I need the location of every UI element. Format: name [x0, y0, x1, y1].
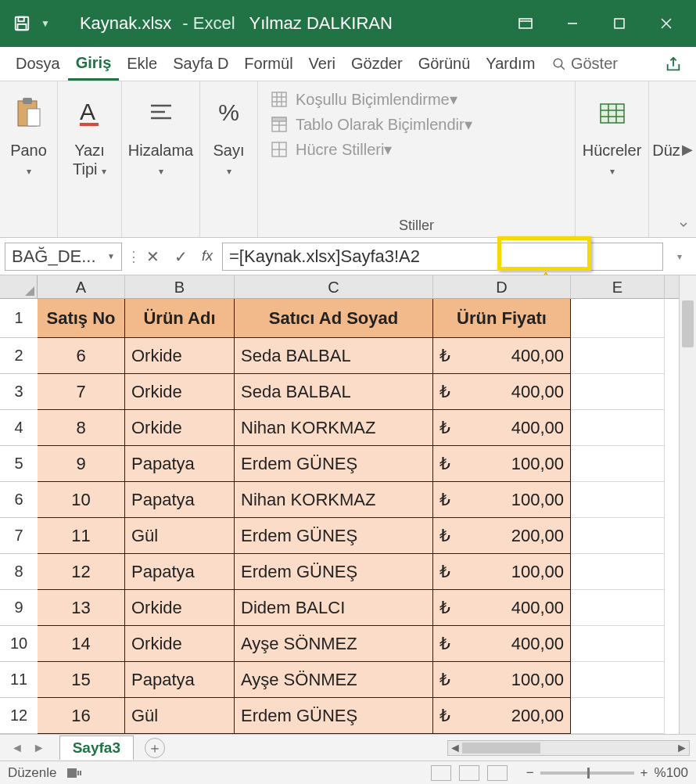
number-format-icon[interactable]: % — [218, 89, 239, 136]
tab-sayfa-duzeni[interactable]: Sayfa D — [165, 47, 236, 81]
view-page-break-icon[interactable] — [487, 765, 508, 781]
table-cell[interactable]: 14 — [38, 626, 125, 662]
row-header[interactable]: 6 — [0, 482, 38, 518]
cell-styles-button[interactable]: Hücre Stilleri ▾ — [269, 139, 564, 160]
table-cell[interactable]: ₺400,00 — [433, 338, 571, 374]
fx-icon[interactable]: fx — [202, 248, 213, 264]
table-cell[interactable]: Orkide — [125, 410, 235, 446]
table-cell[interactable]: 6 — [38, 338, 125, 374]
table-header-cell[interactable]: Ürün Fiyatı — [433, 299, 571, 338]
tab-giris[interactable]: Giriş — [68, 47, 120, 81]
table-cell[interactable]: ₺100,00 — [433, 662, 571, 698]
table-cell[interactable]: Papatya — [125, 482, 235, 518]
expand-formula-bar-icon[interactable]: ▾ — [668, 245, 691, 268]
table-cell[interactable]: ₺400,00 — [433, 626, 571, 662]
table-cell[interactable]: Orkide — [125, 374, 235, 410]
table-cell[interactable]: Orkide — [125, 626, 235, 662]
zoom-out-icon[interactable]: − — [526, 765, 534, 781]
horizontal-scrollbar[interactable]: ◄► — [447, 740, 690, 756]
table-cell[interactable]: 12 — [38, 554, 125, 590]
table-cell[interactable]: Ayşe SÖNMEZ — [235, 662, 433, 698]
table-cell[interactable]: Papatya — [125, 446, 235, 482]
col-header[interactable]: D — [433, 275, 571, 299]
table-cell[interactable]: ₺400,00 — [433, 590, 571, 626]
empty-cell[interactable] — [571, 518, 665, 554]
macro-record-icon[interactable] — [67, 767, 83, 779]
sheet-nav-prev-icon[interactable]: ◄ — [6, 741, 28, 755]
grid-body[interactable]: Satış NoÜrün AdıSatıcı Ad SoyadÜrün Fiya… — [38, 299, 679, 734]
col-header[interactable]: B — [125, 275, 235, 299]
empty-cell[interactable] — [571, 482, 665, 518]
close-icon[interactable] — [643, 0, 690, 47]
table-cell[interactable]: Erdem GÜNEŞ — [235, 518, 433, 554]
sheet-tab-active[interactable]: Sayfa3 — [59, 735, 134, 760]
cancel-formula-icon[interactable]: ✕ — [141, 245, 164, 268]
tab-formuller[interactable]: Formül — [236, 47, 300, 81]
table-cell[interactable]: 16 — [38, 698, 125, 734]
empty-cell[interactable] — [571, 554, 665, 590]
empty-cell[interactable] — [571, 698, 665, 734]
tab-yardim[interactable]: Yardım — [478, 47, 543, 81]
table-cell[interactable]: Seda BALBAL — [235, 338, 433, 374]
new-sheet-icon[interactable]: ＋ — [145, 738, 165, 758]
table-cell[interactable]: Papatya — [125, 662, 235, 698]
table-cell[interactable]: ₺400,00 — [433, 410, 571, 446]
row-header[interactable]: 12 — [0, 698, 38, 734]
table-cell[interactable]: Orkide — [125, 590, 235, 626]
tab-veri[interactable]: Veri — [301, 47, 343, 81]
tab-ekle[interactable]: Ekle — [119, 47, 165, 81]
font-icon[interactable]: A — [77, 89, 103, 136]
qat-dropdown-icon[interactable]: ▼ — [41, 18, 50, 29]
formula-input[interactable]: =[Kaynak.xlsx]Sayfa3!A2 — [222, 243, 663, 271]
ribbon-display-icon[interactable] — [502, 0, 549, 47]
share-icon[interactable] — [658, 56, 688, 73]
table-cell[interactable]: ₺200,00 — [433, 518, 571, 554]
col-header[interactable]: E — [571, 275, 665, 299]
row-header[interactable]: 4 — [0, 410, 38, 446]
tab-gorunum[interactable]: Görünü — [411, 47, 479, 81]
view-normal-icon[interactable] — [431, 765, 451, 781]
table-cell[interactable]: 15 — [38, 662, 125, 698]
view-page-layout-icon[interactable] — [459, 765, 479, 781]
table-cell[interactable]: Nihan KORKMAZ — [235, 482, 433, 518]
table-cell[interactable]: 7 — [38, 374, 125, 410]
table-cell[interactable]: Erdem GÜNEŞ — [235, 554, 433, 590]
table-cell[interactable]: Nihan KORKMAZ — [235, 410, 433, 446]
name-box[interactable]: BAĞ_DE...▼ — [5, 243, 122, 271]
table-cell[interactable]: ₺100,00 — [433, 554, 571, 590]
table-cell[interactable]: Erdem GÜNEŞ — [235, 698, 433, 734]
empty-cell[interactable] — [571, 662, 665, 698]
empty-cell[interactable] — [571, 374, 665, 410]
table-cell[interactable]: 11 — [38, 518, 125, 554]
empty-cell[interactable] — [571, 626, 665, 662]
table-cell[interactable]: Orkide — [125, 338, 235, 374]
row-header[interactable]: 9 — [0, 590, 38, 626]
paste-icon[interactable] — [15, 89, 43, 136]
row-header[interactable]: 10 — [0, 626, 38, 662]
row-header[interactable]: 8 — [0, 554, 38, 590]
maximize-icon[interactable] — [596, 0, 643, 47]
empty-cell[interactable] — [571, 446, 665, 482]
sheet-nav-next-icon[interactable]: ► — [28, 741, 50, 755]
table-cell[interactable]: Papatya — [125, 554, 235, 590]
table-header-cell[interactable]: Satış No — [38, 299, 125, 338]
table-cell[interactable]: ₺100,00 — [433, 446, 571, 482]
row-header[interactable]: 11 — [0, 662, 38, 698]
zoom-slider[interactable] — [540, 771, 634, 775]
save-icon[interactable] — [11, 13, 33, 34]
table-cell[interactable]: 8 — [38, 410, 125, 446]
zoom-level[interactable]: %100 — [655, 765, 688, 781]
cells-icon[interactable] — [597, 89, 627, 136]
row-header[interactable]: 2 — [0, 338, 38, 374]
collapse-ribbon-icon[interactable] — [677, 218, 691, 232]
table-cell[interactable]: Gül — [125, 518, 235, 554]
minimize-icon[interactable] — [549, 0, 596, 47]
col-header[interactable]: A — [38, 275, 125, 299]
table-cell[interactable]: Gül — [125, 698, 235, 734]
empty-cell[interactable] — [571, 410, 665, 446]
enter-formula-icon[interactable]: ✓ — [169, 245, 192, 268]
table-cell[interactable]: Erdem GÜNEŞ — [235, 446, 433, 482]
row-header[interactable]: 5 — [0, 446, 38, 482]
empty-cell[interactable] — [571, 590, 665, 626]
conditional-formatting-button[interactable]: Koşullu Biçimlendirme ▾ — [269, 89, 564, 110]
